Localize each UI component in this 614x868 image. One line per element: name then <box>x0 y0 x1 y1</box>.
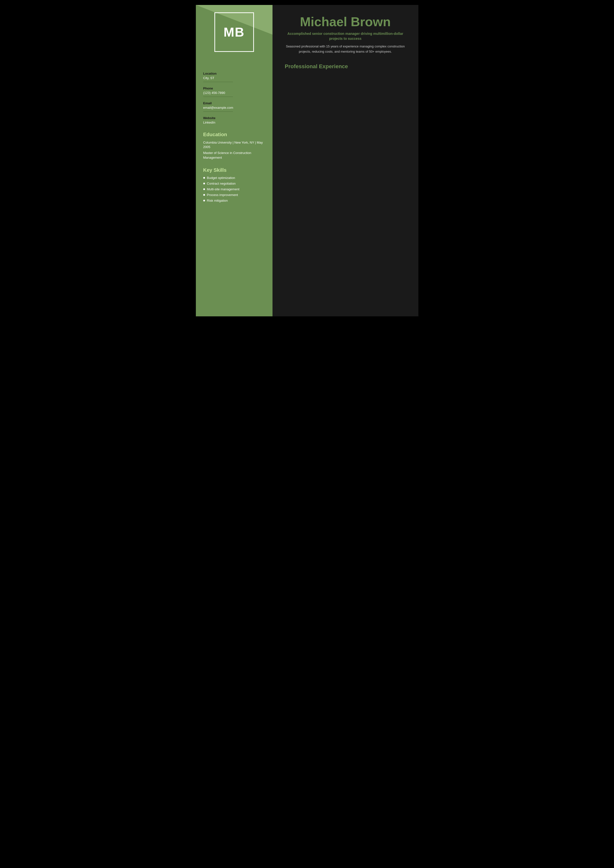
avatar: MB <box>215 12 254 52</box>
main-content: Michael Brown Accomplished senior constr… <box>272 5 418 316</box>
location-item: Location City, ST <box>203 72 265 82</box>
avatar-initials: MB <box>224 25 244 40</box>
contact-divider <box>203 82 233 82</box>
phone-value: (123) 456-7890 <box>203 91 265 95</box>
person-name: Michael Brown <box>285 15 406 29</box>
education-school: Columbia University | New York, NY | May… <box>203 140 265 149</box>
bullet-icon <box>203 183 205 184</box>
website-value: LinkedIn <box>203 121 265 124</box>
contact-section: Location City, ST Phone (123) 456-7890 E… <box>196 72 272 124</box>
skills-section: Key Skills Budget optimization Contract … <box>196 167 272 202</box>
skill-item-1: Budget optimization <box>203 176 265 180</box>
skill-item-3: Multi-site management <box>203 188 265 191</box>
location-value: City, ST <box>203 76 265 80</box>
website-item: Website LinkedIn <box>203 116 265 124</box>
person-summary: Seasoned professional with 15 years of e… <box>285 44 406 54</box>
bullet-icon <box>203 177 205 179</box>
skill-label: Budget optimization <box>207 176 235 180</box>
education-degree: Master of Science in Construction Manage… <box>203 151 265 160</box>
phone-label: Phone <box>203 87 265 90</box>
skill-label: Contract negotiation <box>207 182 236 185</box>
bullet-icon <box>203 194 205 196</box>
education-section: Education Columbia University | New York… <box>196 132 272 160</box>
bullet-icon <box>203 188 205 190</box>
skills-title: Key Skills <box>203 167 265 173</box>
resume-container: MB Location City, ST Phone (123) 456-789… <box>196 5 418 316</box>
phone-item: Phone (123) 456-7890 <box>203 87 265 97</box>
bullet-icon <box>203 200 205 202</box>
location-label: Location <box>203 72 265 75</box>
professional-experience-heading: Professional Experience <box>285 63 406 70</box>
skill-item-4: Process improvement <box>203 193 265 197</box>
skill-label: Risk mitigation <box>207 199 228 202</box>
website-label: Website <box>203 116 265 120</box>
person-tagline: Accomplished senior construction manager… <box>285 31 406 41</box>
skill-item-5: Risk mitigation <box>203 199 265 202</box>
skill-label: Process improvement <box>207 193 238 197</box>
skill-item-2: Contract negotiation <box>203 182 265 185</box>
email-label: Email <box>203 101 265 105</box>
email-value: email@example.com <box>203 106 265 110</box>
skill-label: Multi-site management <box>207 188 239 191</box>
sidebar: MB Location City, ST Phone (123) 456-789… <box>196 5 272 316</box>
education-title: Education <box>203 132 265 137</box>
email-item: Email email@example.com <box>203 101 265 112</box>
skills-list: Budget optimization Contract negotiation… <box>203 176 265 202</box>
